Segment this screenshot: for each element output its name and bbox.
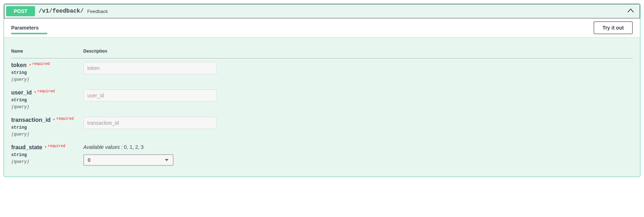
column-header-name: Name (11, 44, 83, 58)
param-name: fraud_state (11, 144, 42, 150)
required-label: required (56, 115, 74, 121)
parameter-row: user_id * required string (query) (11, 86, 633, 113)
collapse-arrow-icon[interactable] (627, 7, 634, 15)
parameter-row: fraud_state * required string (query) Av… (11, 141, 633, 169)
parameter-row: token * required string (query) (11, 58, 633, 86)
param-type: string (11, 96, 83, 105)
required-star-icon: * (33, 90, 36, 96)
parameters-container: Name Description token * required (4, 37, 640, 177)
opblock-body: Parameters Try it out Name Description (4, 18, 640, 177)
opblock-post: POST /v1/feedback/ Feedback Parameters T… (4, 4, 640, 177)
endpoint-summary: Feedback (87, 9, 627, 14)
available-values: Available values : 0, 1, 2, 3 (83, 144, 633, 150)
param-name: user_id (11, 89, 32, 96)
try-it-out-button[interactable]: Try it out (593, 21, 633, 34)
required-label: required (32, 60, 49, 66)
opblock-summary[interactable]: POST /v1/feedback/ Feedback (4, 4, 640, 18)
param-type: string (11, 151, 83, 159)
param-type: string (11, 123, 83, 132)
param-in: (query) (11, 132, 83, 137)
required-star-icon: * (44, 145, 47, 150)
available-values-list: : 0, 1, 2, 3 (120, 144, 144, 150)
endpoint-path: /v1/feedback/ (35, 8, 87, 14)
transaction-id-input[interactable] (83, 117, 217, 129)
required-label: required (38, 88, 55, 93)
param-name: token (11, 62, 27, 68)
param-in: (query) (11, 77, 83, 82)
param-in: (query) (11, 105, 83, 110)
column-header-description: Description (83, 44, 633, 58)
tab-underline (11, 33, 47, 34)
param-in: (query) (11, 159, 83, 164)
required-star-icon: * (28, 63, 31, 68)
parameter-row: transaction_id * required string (query) (11, 113, 633, 141)
param-name: transaction_id (11, 117, 51, 123)
required-label: required (48, 142, 65, 148)
token-input[interactable] (83, 62, 217, 74)
parameters-tab[interactable]: Parameters (11, 21, 47, 34)
http-method-badge: POST (6, 6, 35, 16)
param-type: string (11, 68, 83, 77)
available-values-label: Available values (83, 144, 120, 150)
required-star-icon: * (52, 118, 55, 123)
user-id-input[interactable] (83, 89, 217, 102)
section-header: Parameters Try it out (4, 18, 640, 37)
fraud-state-select[interactable]: 0 (83, 154, 174, 166)
